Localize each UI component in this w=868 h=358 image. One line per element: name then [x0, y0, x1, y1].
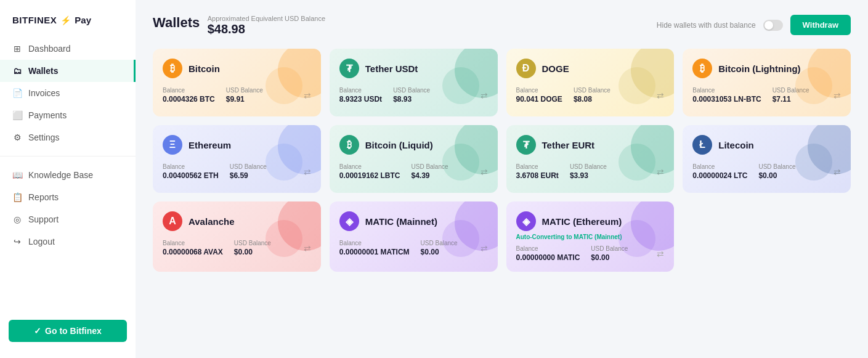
nav-reports-label: Reports [28, 192, 59, 202]
nav-wallets[interactable]: 🗂 Wallets [0, 60, 136, 82]
logout-icon: ↪ [12, 237, 22, 246]
page-title: Wallets [153, 15, 200, 30]
nav-support[interactable]: ◎ Support [0, 208, 136, 230]
usd-balance-value: $48.98 [208, 22, 325, 36]
sidebar-bottom: ✓ Go to Bitfinex [0, 320, 136, 348]
usd-balance-avax: $0.00 [234, 248, 271, 256]
hide-dust-toggle[interactable] [763, 20, 783, 31]
coin-icon-tether: ₮ [339, 59, 359, 78]
main-nav: ⊞ Dashboard 🗂 Wallets 📄 Invoices ⬜ Payme… [0, 38, 136, 148]
coin-icon-lightning: ₿ [692, 59, 712, 78]
nav-knowledge[interactable]: 📖 Knowledge Base [0, 164, 136, 186]
usd-balance-ltc: $0.00 [758, 171, 795, 180]
balance-label-bitcoin: Balance [163, 87, 215, 94]
coin-icon-matic-mainnet: ◈ [339, 211, 359, 231]
approx-label: Approximated Equivalent USD Balance [208, 15, 325, 22]
go-bitfinex-button[interactable]: ✓ Go to Bitfinex [9, 320, 127, 342]
balance-value-eth: 0.00400562 ETH [163, 171, 219, 180]
nav-support-label: Support [28, 214, 59, 224]
coin-name-tether: Tether USDt [365, 63, 418, 74]
balance-label-liquid: Balance [339, 163, 400, 170]
coin-name-doge: DOGE [542, 63, 569, 74]
nav-reports[interactable]: 📋 Reports [0, 186, 136, 208]
wallet-card-liquid: ₿Bitcoin (Liquid)Balance0.00019162 LBTCU… [330, 125, 498, 193]
usd-balance-doge: $8.08 [574, 95, 610, 104]
withdraw-button[interactable]: Withdraw [790, 15, 851, 35]
usd-label-ltc: USD Balance [758, 163, 795, 170]
usd-balance-matic-eth: $0.00 [591, 253, 628, 262]
logo-text: BITFINEX [12, 15, 57, 25]
go-bitfinex-label: Go to Bitfinex [45, 326, 102, 336]
file-icon: 📄 [12, 88, 22, 98]
hide-dust-label: Hide wallets with dust balance [657, 21, 756, 30]
balance-value-liquid: 0.00019162 LBTC [339, 171, 400, 180]
nav-payments-label: Payments [28, 110, 67, 120]
balance-value-doge: 90.041 DOGE [516, 95, 562, 104]
main-content: Wallets Approximated Equivalent USD Bala… [136, 0, 868, 358]
nav-payments[interactable]: ⬜ Payments [0, 104, 136, 126]
nav-logout[interactable]: ↪ Logout [0, 230, 136, 253]
wallet-card-doge: ÐDOGEBalance90.041 DOGEUSD Balance$8.08⇄ [506, 49, 675, 116]
usd-balance-tether: $8.93 [393, 95, 430, 104]
grid-icon: ⊞ [12, 44, 22, 54]
report-icon: 📋 [12, 192, 22, 202]
balance-label-eth: Balance [163, 163, 219, 170]
wallet-card-matic-mainnet: ◈MATIC (Mainnet)Balance0.00000001 MATICM… [330, 201, 498, 272]
balance-row: Approximated Equivalent USD Balance $48.… [208, 15, 325, 36]
gear-icon: ⚙ [12, 132, 22, 142]
balance-value-eurt: 3.6708 EURt [516, 171, 559, 180]
nav-invoices[interactable]: 📄 Invoices [0, 82, 136, 104]
coin-name-matic-mainnet: MATIC (Mainnet) [365, 216, 437, 227]
balance-label-ltc: Balance [692, 163, 747, 170]
header-left: Wallets Approximated Equivalent USD Bala… [153, 15, 325, 36]
balance-value-lightning: 0.00031053 LN-BTC [692, 95, 761, 104]
coin-name-eth: Ethereum [189, 140, 231, 150]
nav-dashboard[interactable]: ⊞ Dashboard [0, 38, 136, 60]
coin-name-liquid: Bitcoin (Liquid) [365, 140, 433, 150]
coin-icon-ltc: Ł [692, 135, 712, 155]
usd-label-eth: USD Balance [230, 163, 267, 170]
logo-pay-text: Pay [75, 15, 91, 25]
coin-icon-eth: Ξ [163, 135, 182, 155]
coin-name-eurt: Tether EURt [542, 140, 595, 150]
balance-value-matic-eth: 0.00000000 MATIC [516, 253, 580, 262]
nav-knowledge-label: Knowledge Base [28, 170, 93, 180]
nav-settings-label: Settings [28, 132, 60, 142]
wallet-card-eth: ΞEthereumBalance0.00400562 ETHUSD Balanc… [153, 125, 321, 193]
bottom-nav: 📖 Knowledge Base 📋 Reports ◎ Support ↪ L… [0, 164, 136, 253]
sidebar: BITFINEX ⚡ Pay ⊞ Dashboard 🗂 Wallets 📄 I… [0, 0, 136, 358]
usd-balance-eth: $6.59 [230, 171, 267, 180]
logo-lightning-icon: ⚡ [60, 15, 71, 25]
coin-icon-matic-eth: ◈ [516, 211, 536, 231]
header-right: Hide wallets with dust balance Withdraw [657, 15, 851, 35]
nav-settings[interactable]: ⚙ Settings [0, 126, 136, 148]
wallet-card-lightning: ₿Bitcoin (Lightning)Balance0.00031053 LN… [683, 49, 851, 116]
nav-wallets-label: Wallets [28, 66, 59, 76]
usd-label-bitcoin: USD Balance [226, 87, 263, 94]
balance-value-avax: 0.00000068 AVAX [163, 248, 223, 256]
coin-icon-avax: A [163, 211, 182, 231]
usd-balance-liquid: $4.39 [411, 171, 448, 180]
support-icon: ◎ [12, 214, 22, 224]
coin-name-avax: Avalanche [189, 216, 234, 227]
wallet-card-eurt: ₮Tether EURtBalance3.6708 EURtUSD Balanc… [506, 125, 675, 193]
balance-label-doge: Balance [516, 87, 562, 94]
balance-label-tether: Balance [339, 87, 382, 94]
coin-icon-doge: Ð [516, 59, 536, 78]
usd-label-eurt: USD Balance [570, 163, 607, 170]
coin-name-bitcoin: Bitcoin [189, 63, 220, 74]
terminal-icon: ⬜ [12, 110, 22, 120]
coin-name-ltc: Litecoin [718, 140, 754, 150]
coin-icon-eurt: ₮ [516, 135, 536, 155]
nav-divider [0, 156, 136, 157]
coin-icon-liquid: ₿ [339, 135, 359, 155]
balance-value-ltc: 0.00000024 LTC [692, 171, 747, 180]
coin-name-matic-eth: MATIC (Ethereum) [542, 216, 622, 227]
balance-value-matic-mainnet: 0.00000001 MATICM [339, 248, 410, 256]
balance-label-lightning: Balance [692, 87, 761, 94]
balance-label-matic-mainnet: Balance [339, 240, 410, 246]
balance-label-avax: Balance [163, 240, 223, 246]
usd-label-tether: USD Balance [393, 87, 430, 94]
nav-invoices-label: Invoices [28, 88, 60, 98]
page-header: Wallets Approximated Equivalent USD Bala… [153, 15, 851, 36]
